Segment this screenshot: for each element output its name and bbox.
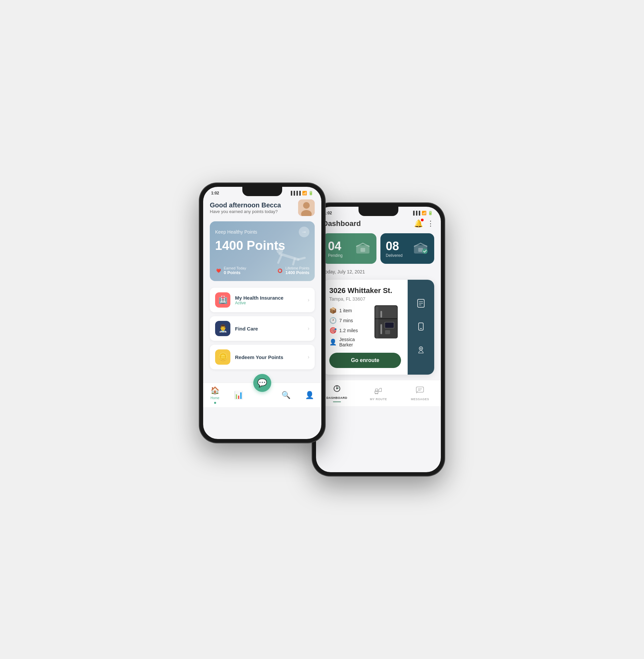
svg-rect-22 — [376, 307, 378, 338]
svg-point-30 — [420, 348, 421, 349]
find-care-text: Find Care — [235, 326, 303, 331]
nav-stats[interactable]: 📊 — [227, 391, 250, 400]
sidebar-document-icon[interactable] — [416, 299, 426, 310]
sidebar-phone-icon[interactable] — [417, 322, 425, 333]
go-enroute-button[interactable]: Go enroute — [329, 353, 401, 368]
bottom-nav-right: DASHBOARD MY ROUTE — [316, 380, 441, 406]
notch-right — [359, 207, 398, 216]
header-actions: 🔔 ⋮ — [414, 219, 434, 228]
insurance-subtitle: Active — [235, 301, 303, 305]
greeting-text: Good afternoon Becca Have you earned any… — [210, 202, 281, 214]
insurance-icon: 🏥 — [215, 292, 230, 308]
stats-icon: 📊 — [234, 391, 243, 400]
bnav-messages-label: MESSAGES — [411, 398, 429, 401]
search-icon: 🔍 — [281, 391, 291, 400]
clock-icon: 🕐 — [329, 317, 337, 324]
stat-cards: 04 Pending 08 — [323, 233, 434, 264]
fridge-image — [371, 304, 401, 342]
dashboard-header: Dashboard 🔔 ⋮ — [323, 217, 434, 233]
nav-home[interactable]: 🏠 Home — [203, 386, 227, 404]
nav-profile[interactable]: 👤 — [298, 391, 321, 400]
box-icon: 📦 — [329, 307, 337, 314]
status-icons-left: ▐▐▐▐ 📶 🔋 — [290, 191, 313, 195]
distance-info: 🎯 1.2 miles — [329, 327, 367, 334]
earned-today-value: 0 Points — [224, 270, 246, 275]
route-icon — [374, 385, 383, 396]
home-label: Home — [210, 396, 220, 400]
delivery-sidebar — [408, 280, 434, 375]
bnav-route[interactable]: MY ROUTE — [358, 385, 399, 401]
dashboard-icon — [332, 384, 341, 395]
pending-label: Pending — [328, 253, 343, 258]
pending-info: 04 Pending — [328, 239, 343, 258]
distance-text: 1.2 miles — [339, 328, 358, 333]
phones-container: 1:02 ▐▐▐▐ 📶 🔋 Good afternoon Becca Have … — [199, 183, 445, 476]
redeem-icon: 🪙 — [215, 349, 230, 365]
delivery-card: 3026 Whittaker St. Tampa, FL 33607 📦 1 i… — [323, 280, 434, 375]
svg-point-35 — [375, 393, 376, 394]
svg-rect-37 — [416, 387, 423, 392]
svg-rect-34 — [375, 389, 378, 392]
svg-rect-17 — [381, 311, 382, 317]
menu-item-redeem[interactable]: 🪙 Redeem Your Points › — [210, 345, 315, 369]
bell-button[interactable]: 🔔 — [414, 219, 423, 228]
more-options-button[interactable]: ⋮ — [427, 219, 434, 228]
person-info: 👤 Jessica Barker — [329, 337, 367, 347]
delivery-address: 3026 Whittaker St. — [329, 286, 401, 295]
messages-icon — [416, 385, 424, 396]
time-text: 7 mins — [339, 318, 353, 323]
status-icons-right: ▐▐▐ 📶 🔋 — [412, 211, 433, 215]
person-icon: 👤 — [329, 338, 337, 346]
item-count-text: 1 item — [339, 308, 352, 313]
svg-point-32 — [336, 388, 338, 389]
insurance-chevron: › — [308, 297, 309, 303]
dashboard-title: Dashboard — [323, 219, 361, 228]
points-arrow-btn[interactable]: → — [299, 227, 309, 237]
points-card[interactable]: Keep Healthy Points → 1400 Points — [210, 221, 315, 281]
battery-icon: 🔋 — [308, 191, 313, 195]
phone-right: 1:02 ▐▐▐ 📶 🔋 Dashboard 🔔 ⋮ — [312, 203, 445, 476]
menu-item-find-care[interactable]: 👨‍⚕️ Find Care › — [210, 316, 315, 341]
delivered-card[interactable]: 08 Delivered — [381, 233, 434, 264]
nav-fab[interactable]: 💬 — [253, 374, 271, 392]
left-content: Good afternoon Becca Have you earned any… — [203, 197, 321, 383]
delivery-info: 📦 1 item 🕐 7 mins 🎯 1.2 miles — [329, 307, 367, 347]
wifi-icon-r: 📶 — [421, 211, 427, 215]
svg-rect-9 — [361, 248, 365, 252]
redeem-text: Redeem Your Points — [235, 354, 303, 360]
sidebar-location-icon[interactable] — [417, 345, 425, 356]
find-care-title: Find Care — [235, 326, 303, 331]
find-care-icon: 👨‍⚕️ — [215, 321, 230, 336]
pending-number: 04 — [328, 239, 343, 253]
svg-line-5 — [278, 255, 281, 263]
active-indicator — [333, 401, 341, 402]
menu-item-insurance[interactable]: 🏥 My Health Insurance Active › — [210, 288, 315, 312]
find-care-chevron: › — [308, 326, 309, 331]
target-icon: 🎯 — [329, 327, 337, 334]
delivery-main: 3026 Whittaker St. Tampa, FL 33607 📦 1 i… — [323, 280, 408, 375]
notification-dot — [421, 219, 423, 221]
pending-card[interactable]: 04 Pending — [323, 233, 376, 264]
svg-point-1 — [303, 202, 310, 209]
svg-rect-20 — [385, 323, 394, 328]
insurance-text: My Health Insurance Active — [235, 295, 303, 305]
time-left: 1:02 — [211, 191, 219, 195]
nav-search[interactable]: 🔍 — [274, 391, 298, 400]
delivered-info: 08 Delivered — [386, 239, 402, 258]
menu-list: 🏥 My Health Insurance Active › 👨‍⚕️ Find… — [210, 288, 315, 369]
earned-today: ❤️ Earned Today 0 Points — [215, 266, 246, 275]
profile-icon: 👤 — [305, 391, 314, 400]
avatar[interactable] — [298, 199, 315, 216]
delivery-city: Tampa, FL 33607 — [329, 296, 401, 302]
svg-rect-11 — [418, 248, 423, 252]
svg-rect-27 — [419, 323, 423, 330]
insurance-title: My Health Insurance — [235, 295, 303, 301]
bnav-messages[interactable]: MESSAGES — [399, 385, 441, 401]
date-label: Today, July 12, 2021 — [323, 269, 434, 275]
person-text: Jessica Barker — [339, 337, 367, 347]
bnav-dashboard-label: DASHBOARD — [326, 396, 347, 400]
delivered-box-icon — [412, 239, 429, 258]
item-count: 📦 1 item — [329, 307, 367, 314]
signal-icon: ▐▐▐▐ — [290, 191, 301, 195]
redeem-chevron: › — [308, 354, 309, 360]
